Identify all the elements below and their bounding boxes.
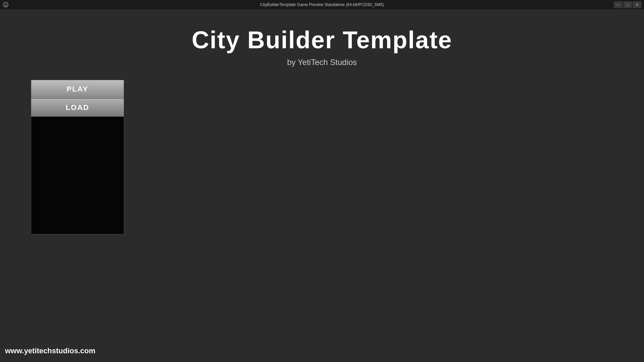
title-bar: U CityBuilderTemplate Game Preview Stand… [0, 0, 644, 9]
game-title: City Builder Template [0, 26, 644, 54]
ue-logo-icon: U [3, 2, 9, 8]
svg-text:U: U [5, 3, 7, 7]
title-bar-left: U [3, 2, 9, 8]
close-button[interactable]: ✕ [633, 1, 641, 8]
minimize-button[interactable]: ─ [614, 1, 623, 8]
title-section: City Builder Template by YetiTech Studio… [0, 9, 644, 67]
website-url: www.yetitechstudios.com [5, 347, 95, 355]
game-subtitle: by YetiTech Studios [0, 58, 644, 67]
load-button[interactable]: LOAD [31, 99, 124, 117]
main-content: City Builder Template by YetiTech Studio… [0, 9, 644, 362]
title-bar-text: CityBuilderTemplate Game Preview Standal… [260, 2, 384, 7]
title-bar-controls: ─ □ ✕ [614, 1, 641, 8]
restore-button[interactable]: □ [623, 1, 632, 8]
website-footer: www.yetitechstudios.com [5, 347, 95, 355]
menu-lower-area [31, 117, 124, 234]
menu-panel: PLAY LOAD [31, 80, 124, 234]
play-button[interactable]: PLAY [31, 80, 124, 99]
